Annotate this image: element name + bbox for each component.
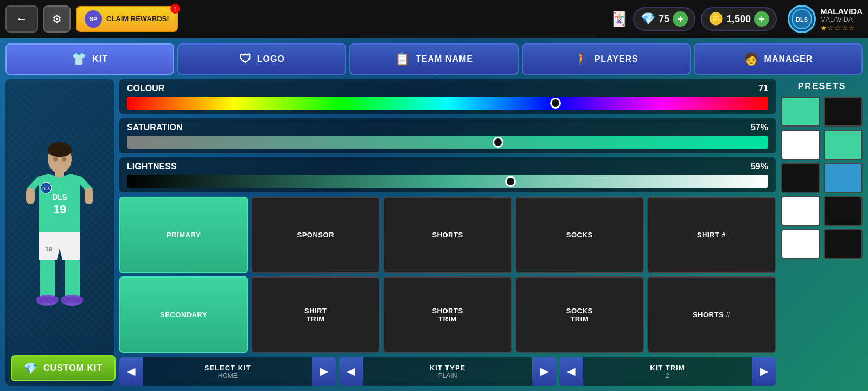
kit-type-prev[interactable]: ◀ [339,357,363,386]
tab-manager[interactable]: 🧑 MANAGER [694,43,863,75]
player-preview: 19 DLS DLS 19 [5,79,114,386]
cards-icon: 🃏 [610,11,628,28]
manager-tab-icon: 🧑 [744,52,759,66]
preset-swatch-7[interactable] [781,196,820,226]
preset-swatch-8[interactable] [824,196,863,226]
secondary-button[interactable]: SECONDARY [119,276,248,353]
svg-point-6 [53,156,58,162]
saturation-section: SATURATION 57% [119,118,776,153]
svg-text:19: 19 [53,203,66,216]
presets-title: PRESETS [781,79,863,93]
settings-button[interactable]: ⚙ [43,5,71,33]
preset-row-1 [781,97,863,127]
shorts-hash-button[interactable]: SHORTS # [647,276,776,353]
lightness-label: LIGHTNESS [127,162,177,172]
profile-name-section: MALAVIDA MALAVIDA ★☆☆☆☆ [820,7,863,32]
primary-button[interactable]: PRIMARY [119,197,248,273]
color-controls: COLOUR 71 SATURATION 57% [119,79,776,386]
preset-swatch-5[interactable] [781,163,820,193]
saturation-value: 57% [751,123,768,133]
profile-logo: DLS [788,5,816,33]
preset-swatch-10[interactable] [824,229,863,259]
custom-kit-button[interactable]: 💎 CUSTOM KIT [11,355,116,381]
select-kit-label: SELECT KIT [205,364,251,372]
select-kit-prev[interactable]: ◀ [119,357,143,386]
tab-team-name[interactable]: 📋 TEAM NAME [349,43,518,75]
preset-swatch-6[interactable] [824,163,863,193]
kit-trim-next[interactable]: ▶ [752,357,776,386]
svg-rect-8 [55,171,64,178]
claim-rewards-label: CLAIM REWARDS! [106,15,169,23]
select-kit-info: SELECT KIT HOME [143,364,312,380]
presets-panel: PRESETS [781,79,863,386]
svg-rect-13 [26,188,35,204]
rating-stars: ★☆☆☆☆ [820,23,863,32]
socks-trim-button[interactable]: SOCKS TRIM [515,276,644,353]
shirt-hash-button[interactable]: SHIRT # [647,197,776,273]
svg-point-20 [61,295,83,306]
kit-type-info: KIT TYPE PLAIN [363,364,532,380]
notification-badge: ! [170,4,180,14]
preset-swatch-2[interactable] [824,97,863,127]
tab-logo[interactable]: 🛡 LOGO [177,43,346,75]
add-coins-button[interactable]: + [754,11,769,27]
svg-text:DLS: DLS [42,187,50,191]
claim-rewards-button[interactable]: SP CLAIM REWARDS! ! [76,6,178,32]
tab-kit[interactable]: 👕 KIT [5,43,174,75]
sp-badge: SP [85,10,102,28]
lightness-value: 59% [751,162,768,172]
preset-swatch-9[interactable] [781,229,820,259]
lightness-section: LIGHTNESS 59% [119,157,776,192]
username-sub: MALAVIDA [820,16,863,23]
kit-type-label: KIT TYPE [430,364,466,372]
kit-trim-prev[interactable]: ◀ [559,357,583,386]
svg-text:DLS: DLS [52,193,67,201]
color-buttons-grid: PRIMARY SPONSOR SHORTS SOCKS SHIRT # SEC… [119,197,776,353]
shorts-trim-button[interactable]: SHORTS TRIM [383,276,512,353]
colour-value: 71 [758,84,768,93]
gem-icon: 💎 [641,12,655,26]
svg-point-5 [48,142,72,157]
player-figure: 19 DLS DLS 19 [5,79,114,386]
svg-rect-19 [36,297,58,303]
coin-icon: 🪙 [709,12,723,26]
saturation-slider[interactable] [127,136,768,149]
preset-row-5 [781,229,863,259]
shirt-trim-button[interactable]: SHIRT TRIM [251,276,380,353]
preset-row-3 [781,163,863,193]
kit-type-section: ◀ KIT TYPE PLAIN ▶ [339,357,556,386]
sponsor-button[interactable]: SPONSOR [251,197,380,273]
hue-slider[interactable] [127,97,768,110]
preset-row-2 [781,130,863,160]
svg-point-7 [62,156,66,162]
select-kit-next[interactable]: ▶ [312,357,336,386]
add-gems-button[interactable]: + [673,11,688,27]
kit-trim-section: ◀ KIT TRIM 2 ▶ [559,357,776,386]
svg-text:DLS: DLS [796,16,808,23]
shorts-button[interactable]: SHORTS [383,197,512,273]
team-name-tab-label: TEAM NAME [416,54,473,64]
kit-tab-icon: 👕 [72,52,87,66]
light-thumb[interactable] [505,176,516,187]
tab-players[interactable]: 🚶 PLAYERS [522,43,691,75]
socks-button[interactable]: SOCKS [515,197,644,273]
kit-type-next[interactable]: ▶ [532,357,556,386]
lightness-slider[interactable] [127,175,768,188]
sat-thumb[interactable] [493,137,503,148]
preset-row-4 [781,196,863,226]
coins-group: 🪙 1,500 + [701,7,777,31]
svg-rect-3 [5,129,114,336]
preset-swatch-3[interactable] [781,130,820,160]
back-button[interactable]: ← [5,5,38,33]
lightness-header: LIGHTNESS 59% [127,162,768,172]
nav-tabs: 👕 KIT 🛡 LOGO 📋 TEAM NAME 🚶 PLAYERS 🧑 MAN… [5,43,863,75]
svg-rect-21 [61,297,83,303]
main-content: 👕 KIT 🛡 LOGO 📋 TEAM NAME 🚶 PLAYERS 🧑 MAN… [0,38,868,391]
select-kit-value: HOME [218,372,238,380]
bottom-navigation: ◀ SELECT KIT HOME ▶ ◀ KIT TYPE [119,357,776,386]
gems-value: 75 [659,14,669,25]
preset-swatch-4[interactable] [824,130,863,160]
preset-swatch-1[interactable] [781,97,820,127]
hue-thumb[interactable] [550,98,561,109]
players-tab-label: PLAYERS [595,54,639,64]
